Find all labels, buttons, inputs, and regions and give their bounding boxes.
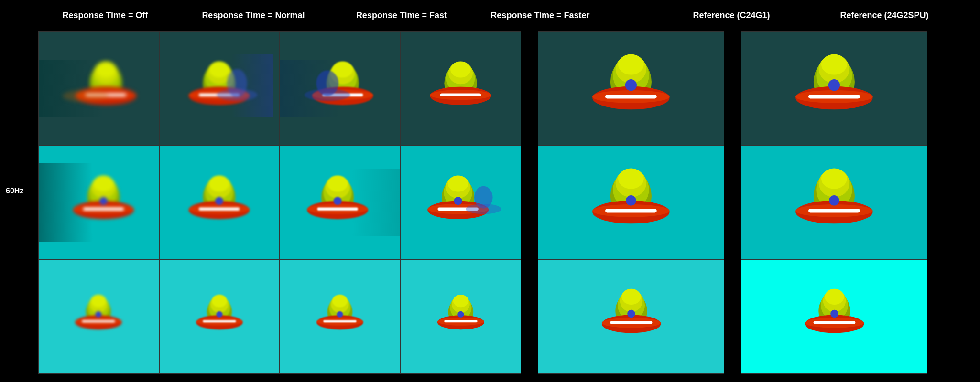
cell-r2-c3	[401, 260, 522, 374]
svg-rect-47	[199, 208, 240, 211]
cell-r1-c1	[159, 145, 280, 259]
svg-rect-39	[83, 208, 124, 211]
svg-point-48	[215, 197, 223, 205]
cell-r2-c1	[159, 260, 280, 374]
svg-rect-55	[317, 208, 358, 211]
svg-point-70	[91, 295, 106, 307]
svg-point-52	[327, 176, 348, 192]
svg-rect-89	[323, 320, 357, 323]
svg-rect-121	[610, 321, 652, 324]
svg-point-90	[337, 311, 343, 318]
svg-point-74	[96, 311, 102, 318]
svg-point-60	[448, 176, 468, 192]
cell-r1-c2	[280, 145, 401, 259]
col4-header: Response Time = Faster	[485, 11, 595, 21]
svg-rect-97	[444, 320, 478, 323]
svg-rect-81	[203, 320, 236, 323]
svg-rect-113	[605, 209, 657, 212]
svg-rect-145	[813, 321, 855, 324]
svg-point-36	[93, 176, 114, 192]
svg-rect-105	[605, 95, 657, 98]
col6-header: Reference (24G2SPU)	[829, 11, 939, 21]
svg-point-130	[828, 79, 840, 91]
svg-point-86	[332, 295, 348, 307]
ref2-r2	[741, 260, 927, 374]
ref2-r1	[741, 145, 927, 259]
svg-point-7	[63, 90, 109, 102]
cell-r0-c0	[38, 31, 159, 145]
svg-point-66	[466, 204, 501, 214]
cell-r0-c2	[280, 31, 401, 145]
ref1-r2	[538, 260, 724, 374]
svg-point-102	[618, 54, 644, 74]
svg-point-82	[216, 311, 222, 318]
svg-rect-129	[808, 95, 860, 98]
ref2-r0	[741, 31, 927, 145]
col3-header: Response Time = Fast	[347, 11, 457, 21]
ref-col1-grid	[538, 31, 724, 374]
svg-point-11	[209, 61, 229, 77]
svg-point-29	[450, 61, 471, 77]
svg-point-94	[453, 295, 468, 307]
svg-point-3	[96, 61, 116, 77]
svg-point-122	[627, 310, 635, 318]
cell-r0-c3	[401, 31, 522, 145]
cell-r1-c0	[38, 145, 159, 259]
svg-point-138	[829, 195, 839, 206]
svg-point-40	[99, 197, 108, 205]
main-container	[38, 31, 975, 375]
cell-r0-c1	[159, 31, 280, 145]
svg-point-142	[825, 289, 844, 305]
main-grid	[38, 31, 521, 374]
svg-point-146	[830, 310, 838, 318]
ref-col2-grid	[741, 31, 927, 374]
header-row: Response Time = Off Response Time = Norm…	[0, 0, 980, 31]
col2-header: Response Time = Normal	[198, 11, 308, 21]
cell-r2-c0	[38, 260, 159, 374]
svg-point-114	[626, 195, 636, 206]
ref1-r1	[538, 145, 724, 259]
svg-point-25	[305, 89, 350, 101]
svg-point-44	[209, 176, 229, 192]
col1-header: Response Time = Off	[50, 11, 160, 21]
svg-point-134	[821, 169, 847, 189]
svg-point-56	[333, 197, 341, 205]
svg-point-118	[621, 289, 641, 305]
svg-point-106	[625, 79, 637, 91]
svg-rect-73	[82, 320, 115, 323]
cell-r1-c3	[401, 145, 522, 259]
svg-point-16	[217, 89, 257, 101]
svg-rect-137	[808, 209, 860, 212]
svg-point-98	[457, 311, 464, 318]
col5-header: Reference (C24G1)	[676, 11, 786, 21]
svg-point-126	[821, 54, 847, 74]
svg-point-110	[618, 169, 644, 189]
hz-label: 60Hz —	[6, 187, 34, 195]
cell-r2-c2	[280, 260, 401, 374]
svg-point-78	[212, 295, 227, 307]
ref1-r0	[538, 31, 724, 145]
svg-point-64	[454, 197, 462, 205]
svg-rect-32	[440, 93, 481, 96]
